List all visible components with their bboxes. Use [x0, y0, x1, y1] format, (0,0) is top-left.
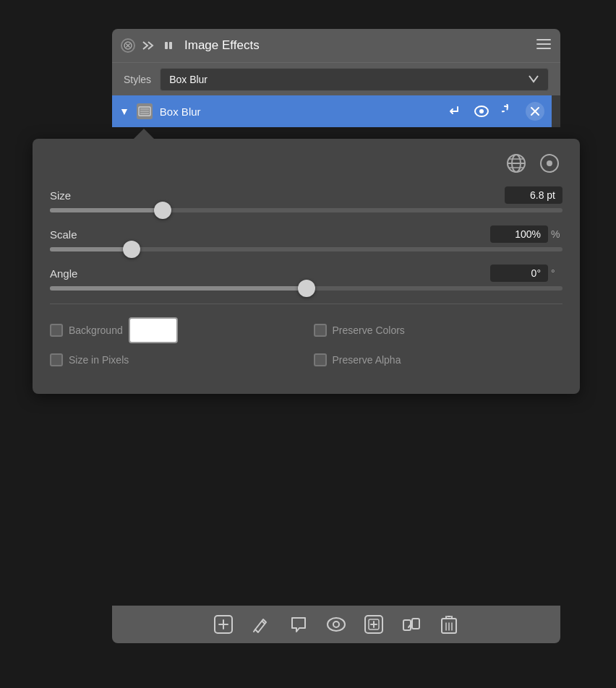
angle-unit: °: [551, 267, 562, 279]
scale-value-box[interactable]: 100%: [490, 225, 548, 243]
effect-row: ▼ Box Blur: [112, 95, 552, 127]
add-frame-button[interactable]: [362, 613, 385, 636]
background-label: Background: [69, 324, 123, 336]
scale-unit: %: [551, 228, 562, 240]
background-color-swatch[interactable]: [129, 317, 178, 343]
effect-name-label: Box Blur: [160, 106, 436, 118]
angle-value-box[interactable]: 0°: [490, 265, 548, 282]
panel-with-scroll: ▼ Box Blur: [112, 95, 560, 127]
svg-rect-4: [169, 42, 172, 49]
angle-slider-fill: [50, 286, 307, 291]
remove-effect-button[interactable]: [526, 102, 544, 121]
pause-button[interactable]: [161, 38, 176, 53]
effect-type-icon: [137, 103, 153, 119]
scale-slider-fill: [50, 247, 132, 251]
svg-point-28: [328, 618, 345, 631]
preserve-alpha-label: Preserve Alpha: [333, 354, 401, 366]
close-button[interactable]: [121, 38, 135, 53]
angle-slider-thumb[interactable]: [298, 280, 315, 297]
settings-panel: Size 6.8 pt Scale 100% % Angle 0°: [33, 139, 580, 394]
styles-selected: Box Blur: [169, 74, 208, 85]
delete-button[interactable]: [437, 613, 461, 636]
scale-slider-section: Scale 100% %: [50, 225, 562, 251]
link-button[interactable]: [400, 613, 423, 636]
divider: [50, 304, 562, 304]
reset-button[interactable]: [498, 100, 520, 122]
scale-value-group: 100% %: [490, 225, 562, 243]
angle-slider-section: Angle 0° °: [50, 265, 562, 291]
scrollbar[interactable]: [552, 95, 560, 127]
size-slider-section: Size 6.8 pt: [50, 186, 562, 212]
size-label: Size: [50, 189, 71, 202]
collapse-icon[interactable]: ▼: [119, 106, 129, 117]
preserve-alpha-group: Preserve Alpha: [314, 353, 563, 366]
title-bar: Image Effects: [112, 29, 560, 62]
angle-slider-track[interactable]: [50, 286, 562, 291]
angle-value-group: 0° °: [490, 265, 562, 282]
svg-line-27: [254, 629, 255, 632]
checkbox-row-2: Size in Pixels Preserve Alpha: [50, 353, 562, 366]
angle-label: Angle: [50, 267, 77, 280]
size-slider-thumb[interactable]: [154, 202, 171, 219]
globe-icon-button[interactable]: [503, 150, 529, 176]
panel-wrapper: Image Effects Styles Box Blur ▼ Box Blur: [112, 29, 560, 127]
size-in-pixels-group: Size in Pixels: [50, 353, 299, 366]
forward-button[interactable]: [141, 38, 155, 53]
styles-label: Styles: [124, 74, 151, 85]
eye-button[interactable]: [325, 613, 348, 636]
effect-row-area: ▼ Box Blur: [112, 95, 552, 127]
preserve-colors-checkbox[interactable]: [314, 324, 327, 337]
checkbox-row-1: Background Preserve Colors: [50, 317, 562, 343]
svg-point-29: [333, 622, 339, 627]
scale-slider-header: Scale 100% %: [50, 225, 562, 243]
size-slider-track[interactable]: [50, 208, 562, 212]
background-group: Background: [50, 317, 299, 343]
preserve-alpha-checkbox[interactable]: [314, 353, 327, 366]
size-value-box[interactable]: 6.8 pt: [505, 186, 562, 204]
size-in-pixels-label: Size in Pixels: [69, 354, 129, 366]
panel-title: Image Effects: [184, 38, 530, 53]
size-value-group: 6.8 pt: [505, 186, 562, 204]
scale-label: Scale: [50, 228, 77, 241]
add-effect-button[interactable]: [212, 613, 235, 636]
size-slider-header: Size 6.8 pt: [50, 186, 562, 204]
bottom-toolbar: [112, 606, 560, 643]
visibility-button[interactable]: [471, 100, 492, 122]
menu-button[interactable]: [536, 38, 552, 53]
enter-button[interactable]: [443, 100, 465, 122]
chevron-down-icon: [528, 72, 539, 87]
styles-dropdown[interactable]: Box Blur: [160, 68, 549, 91]
svg-rect-3: [165, 42, 168, 49]
styles-row: Styles Box Blur: [112, 62, 560, 95]
preserve-colors-label: Preserve Colors: [333, 324, 405, 336]
svg-rect-35: [412, 619, 419, 629]
comment-button[interactable]: [287, 613, 310, 636]
size-in-pixels-checkbox[interactable]: [50, 353, 63, 366]
scale-slider-thumb[interactable]: [123, 241, 140, 258]
background-checkbox[interactable]: [50, 324, 63, 337]
svg-point-13: [479, 109, 484, 113]
edit-button[interactable]: [249, 613, 273, 636]
scale-slider-track[interactable]: [50, 247, 562, 251]
target-icon-button[interactable]: [536, 150, 562, 176]
preserve-colors-group: Preserve Colors: [314, 324, 563, 337]
size-slider-fill: [50, 208, 163, 212]
svg-point-22: [547, 160, 552, 166]
top-icons: [50, 150, 562, 176]
effect-actions: [443, 100, 544, 122]
